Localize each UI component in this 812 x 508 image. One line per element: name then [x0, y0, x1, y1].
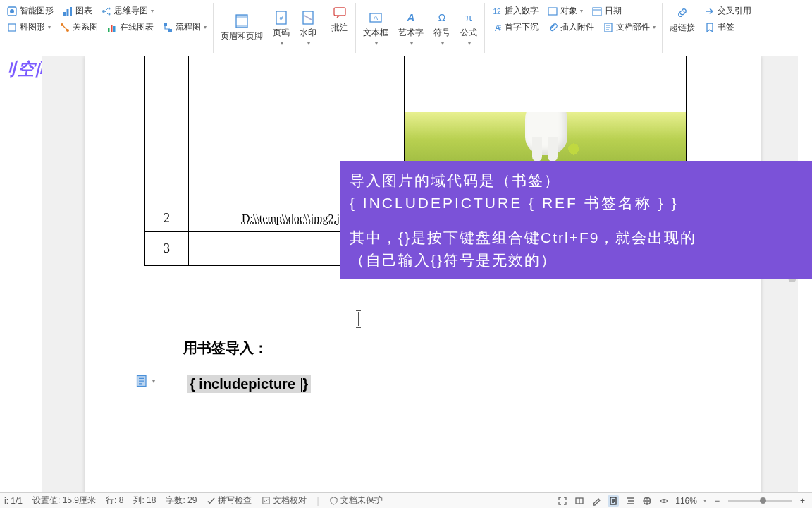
- page-indicator[interactable]: i: 1/1: [4, 496, 23, 506]
- col-indicator[interactable]: 列: 18: [133, 495, 156, 507]
- svg-rect-3: [67, 9, 69, 16]
- date-button[interactable]: 日期: [588, 3, 625, 19]
- svg-rect-30: [593, 8, 601, 16]
- insert-number-button[interactable]: 12插入数字: [488, 3, 542, 19]
- svg-point-7: [109, 13, 111, 15]
- bookmark-button[interactable]: 书签: [701, 19, 755, 35]
- table-cell[interactable]: 3: [145, 232, 189, 266]
- svg-rect-29: [548, 8, 557, 15]
- fullscreen-icon[interactable]: [557, 495, 568, 507]
- svg-rect-2: [63, 12, 66, 16]
- svg-text:12: 12: [493, 8, 501, 16]
- readmode-icon[interactable]: [574, 495, 585, 507]
- symbol-button[interactable]: Ω符号▾: [429, 8, 455, 49]
- svg-text:π: π: [465, 12, 472, 23]
- spellcheck-button[interactable]: 拼写检查: [207, 495, 252, 507]
- proofread-button[interactable]: 文档校对: [262, 495, 307, 507]
- svg-point-1: [10, 9, 14, 13]
- hide-icon[interactable]: [658, 495, 670, 507]
- pagemode-icon[interactable]: [608, 495, 619, 507]
- svg-rect-17: [236, 15, 247, 18]
- wordart-button[interactable]: A艺术字▾: [394, 8, 428, 49]
- comment-button[interactable]: 批注: [327, 3, 352, 36]
- sci-shape-button[interactable]: 科图形▾: [3, 19, 54, 35]
- svg-point-5: [102, 10, 105, 13]
- zoom-level[interactable]: 116%: [675, 496, 697, 506]
- setvalue-indicator[interactable]: 设置值: 15.9厘米: [32, 495, 96, 507]
- svg-point-38: [663, 500, 665, 502]
- webmode-icon[interactable]: [641, 495, 653, 507]
- zoom-slider[interactable]: [728, 500, 792, 502]
- hyperlink-button[interactable]: 超链接: [665, 3, 699, 36]
- row-indicator[interactable]: 行: 8: [106, 495, 123, 507]
- status-bar: i: 1/1 设置值: 15.9厘米 行: 8 列: 18 字数: 29 拼写检…: [0, 492, 812, 508]
- paragraph-icon[interactable]: ▾: [135, 374, 149, 388]
- outlinemode-icon[interactable]: [625, 495, 636, 507]
- crossref-button[interactable]: 交叉引用: [701, 3, 755, 19]
- text-cursor: [358, 312, 359, 326]
- mindmap-button[interactable]: 思维导图▾: [97, 3, 157, 19]
- page-number-button[interactable]: #页码▾: [269, 8, 294, 49]
- protect-indicator[interactable]: 文档未保护: [329, 495, 383, 507]
- smart-shape-button[interactable]: 智能图形: [3, 3, 57, 19]
- svg-rect-34: [263, 497, 269, 504]
- svg-rect-12: [111, 25, 113, 32]
- table-cell[interactable]: 2: [145, 205, 189, 232]
- header-footer-button[interactable]: 页眉和页脚: [216, 11, 267, 44]
- svg-rect-22: [334, 8, 345, 16]
- svg-rect-11: [108, 28, 110, 32]
- ribbon-toolbar: 智能图形 图表 思维导图▾ 科图形▾ 关系图 在线图表 流程图▾ 页眉和页脚 #…: [0, 0, 812, 56]
- heading-text[interactable]: 用书签导入：: [183, 339, 268, 358]
- online-chart-button[interactable]: 在线图表: [103, 19, 157, 35]
- svg-text:Ω: Ω: [438, 12, 445, 23]
- dropcap-button[interactable]: A首字下沉: [488, 19, 542, 35]
- editmode-icon[interactable]: [591, 495, 602, 507]
- instruction-overlay: 导入图片的域代码是（书签） { INCLUDEPICTURE { REF 书签名…: [340, 161, 812, 279]
- formula-button[interactable]: π公式▾: [456, 8, 481, 49]
- textbox-button[interactable]: A文本框▾: [359, 8, 393, 49]
- svg-rect-14: [164, 23, 167, 26]
- watermark-button[interactable]: 水印▾: [295, 8, 321, 49]
- svg-point-6: [109, 7, 111, 9]
- chart-button[interactable]: 图表: [59, 3, 96, 19]
- zoom-in-button[interactable]: +: [797, 496, 808, 506]
- attachment-button[interactable]: 插入附件: [543, 19, 598, 35]
- flowchart-button[interactable]: 流程图▾: [159, 19, 210, 35]
- wordcount-indicator[interactable]: 字数: 29: [166, 495, 197, 507]
- svg-rect-18: [236, 25, 247, 28]
- svg-text:A: A: [407, 11, 415, 23]
- svg-rect-13: [113, 26, 116, 32]
- svg-rect-4: [70, 7, 72, 16]
- svg-rect-8: [8, 24, 16, 31]
- svg-text:A: A: [495, 23, 500, 33]
- doc-parts-button[interactable]: 文档部件▾: [599, 19, 659, 35]
- relation-button[interactable]: 关系图: [56, 19, 102, 35]
- field-code[interactable]: { includepicture }: [187, 375, 311, 393]
- svg-text:A: A: [374, 14, 378, 21]
- svg-text:#: #: [280, 15, 283, 21]
- zoom-out-button[interactable]: −: [712, 496, 722, 506]
- object-button[interactable]: 对象▾: [543, 3, 586, 19]
